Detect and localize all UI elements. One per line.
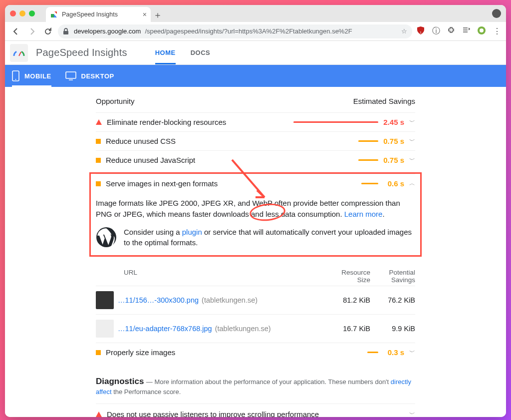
svg-rect-0 <box>63 31 68 34</box>
chevron-down-icon: ﹀ <box>409 348 415 357</box>
resource-url[interactable]: …11/eu-adapter-768x768.jpg <box>118 325 212 333</box>
reading-list-icon[interactable] <box>462 26 470 36</box>
reload-button[interactable] <box>42 25 54 37</box>
warning-triangle-icon <box>96 119 102 125</box>
chevron-down-icon: ﹀ <box>409 410 415 417</box>
opportunity-row[interactable]: Eliminate render-blocking resources2.45 … <box>96 112 415 131</box>
device-desktop-label: DESKTOP <box>81 72 114 80</box>
wordpress-icon <box>96 227 117 248</box>
resource-url[interactable]: …11/156…-300x300.png <box>118 296 199 304</box>
resource-table: URLResourceSizePotentialSavings…11/156…-… <box>96 267 415 343</box>
desktop-icon <box>65 71 76 80</box>
address-bar[interactable]: developers.google.com/speed/pagespeed/in… <box>58 24 412 38</box>
warning-triangle-icon <box>96 412 102 417</box>
opportunity-row[interactable]: Reduce unused JavaScript0.75 s﹀ <box>96 150 415 169</box>
plugin-link[interactable]: plugin <box>182 228 202 236</box>
lock-icon <box>63 28 70 35</box>
resource-size: 16.7 KiB <box>325 325 370 333</box>
extensions-icon[interactable] <box>447 26 455 36</box>
svg-rect-6 <box>66 72 76 78</box>
potential-savings: 76.2 KiB <box>370 296 415 304</box>
savings-bar <box>361 183 378 184</box>
mobile-icon <box>12 70 19 81</box>
col-url: URL <box>118 269 325 284</box>
potential-savings: 9.9 KiB <box>370 325 415 333</box>
opportunity-description: Image formats like JPEG 2000, JPEG XR, a… <box>96 198 415 220</box>
window-maximize-button[interactable] <box>29 10 35 16</box>
main-content: Opportunity Estimated Savings Eliminate … <box>5 87 506 417</box>
url-path: /speed/pagespeed/insights/?url=https%3A%… <box>145 27 352 35</box>
device-mobile-label: MOBILE <box>24 72 51 80</box>
resource-host: (tabletkungen.se) <box>202 296 257 304</box>
device-tabs-bar: MOBILE DESKTOP <box>5 65 506 87</box>
resource-thumbnail <box>96 291 114 309</box>
col-resource-size: ResourceSize <box>325 269 370 284</box>
opportunity-row[interactable]: Reduce unused CSS0.75 s﹀ <box>96 131 415 150</box>
diagnostic-row[interactable]: Does not use passive listeners to improv… <box>96 404 415 417</box>
psi-favicon-icon <box>50 10 58 18</box>
opportunity-row[interactable]: Properly size images0.3 s﹀ <box>96 343 415 362</box>
savings-value: 0.75 s <box>383 156 404 164</box>
opportunity-label: Serve images in next-gen formats <box>106 179 218 188</box>
savings-bar <box>367 352 378 353</box>
savings-heading: Estimated Savings <box>353 97 415 105</box>
warning-square-icon <box>96 181 101 186</box>
info-icon[interactable]: ⓘ <box>432 26 440 36</box>
psi-logo-icon <box>10 44 28 62</box>
window-close-button[interactable] <box>10 10 16 16</box>
opportunity-heading: Opportunity <box>96 97 135 105</box>
chevron-down-icon: ﹀ <box>409 156 415 164</box>
opportunity-label: Properly size images <box>106 348 175 357</box>
diagnostics-title: Diagnostics <box>96 377 144 386</box>
app-header: PageSpeed Insights HOME DOCS <box>5 41 506 65</box>
warning-square-icon <box>96 139 101 144</box>
browser-tab[interactable]: PageSpeed Insights × <box>46 7 151 22</box>
forward-button[interactable] <box>26 25 38 37</box>
account-avatar-icon[interactable] <box>492 9 501 18</box>
profile-extension-icon[interactable] <box>477 26 486 37</box>
opportunity-expanded: Serve images in next-gen formats0.6 s︿Im… <box>89 172 422 257</box>
back-button[interactable] <box>10 25 22 37</box>
savings-bar <box>293 121 378 123</box>
savings-value: 2.45 s <box>383 118 404 126</box>
resource-thumbnail <box>96 320 114 338</box>
learn-more-link[interactable]: Learn more <box>344 210 383 218</box>
chevron-down-icon: ﹀ <box>409 137 415 145</box>
opportunity-label: Reduce unused CSS <box>106 137 176 145</box>
resource-size: 81.2 KiB <box>325 296 370 304</box>
savings-bar <box>358 159 378 161</box>
chevron-down-icon: ﹀ <box>409 118 415 126</box>
tab-home[interactable]: HOME <box>155 41 176 64</box>
tab-close-icon[interactable]: × <box>143 10 147 18</box>
device-tab-desktop[interactable]: DESKTOP <box>65 65 114 87</box>
resource-host: (tabletkungen.se) <box>215 325 271 333</box>
device-tab-mobile[interactable]: MOBILE <box>12 65 51 87</box>
table-row: …11/eu-adapter-768x768.jpg (tabletkungen… <box>96 314 415 343</box>
svg-point-3 <box>480 28 484 32</box>
savings-value: 0.3 s <box>383 348 404 357</box>
table-row: …11/156…-300x300.png (tabletkungen.se)81… <box>96 286 415 314</box>
chevron-up-icon: ︿ <box>409 179 415 188</box>
svg-point-5 <box>15 79 16 80</box>
app-title: PageSpeed Insights <box>36 47 127 58</box>
window-titlebar: PageSpeed Insights × ＋ <box>5 5 506 22</box>
opportunity-label: Reduce unused JavaScript <box>106 156 195 164</box>
warning-square-icon <box>96 350 101 355</box>
window-minimize-button[interactable] <box>19 10 25 16</box>
warning-square-icon <box>96 158 101 163</box>
tab-title: PageSpeed Insights <box>62 11 118 18</box>
savings-bar <box>358 140 378 142</box>
savings-value: 0.75 s <box>383 137 404 145</box>
url-domain: developers.google.com <box>74 27 141 35</box>
new-tab-button[interactable]: ＋ <box>151 8 165 22</box>
plugin-suggestion: Consider using a plugin or service that … <box>96 227 415 249</box>
browser-toolbar: developers.google.com/speed/pagespeed/in… <box>5 22 506 41</box>
opportunity-label: Eliminate render-blocking resources <box>107 118 226 126</box>
star-icon[interactable]: ☆ <box>401 27 407 35</box>
savings-value: 0.6 s <box>383 179 404 188</box>
diagnostic-label: Does not use passive listeners to improv… <box>107 410 319 417</box>
shield-extension-icon[interactable]: 1 <box>416 26 425 37</box>
kebab-menu-icon[interactable]: ⋮ <box>493 26 501 36</box>
tab-docs[interactable]: DOCS <box>191 41 211 64</box>
opportunity-row[interactable]: Serve images in next-gen formats0.6 s︿ <box>96 174 415 193</box>
